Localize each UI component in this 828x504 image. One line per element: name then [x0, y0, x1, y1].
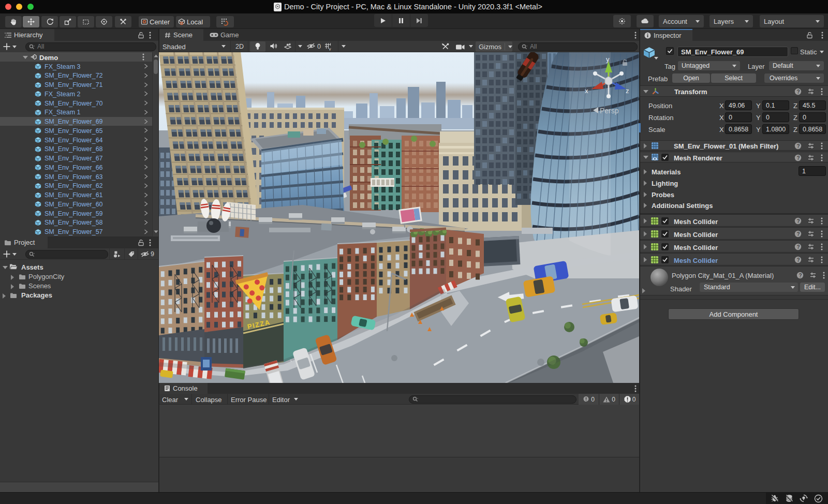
svg-text:?: ? [799, 273, 802, 278]
svg-text:?: ? [797, 155, 800, 161]
svg-text:?: ? [797, 244, 800, 250]
svg-text:?: ? [797, 143, 800, 149]
svg-text:Persp: Persp [600, 107, 619, 115]
svg-text:y: y [606, 55, 610, 63]
svg-text:?: ? [797, 231, 800, 237]
svg-text:y: y [329, 47, 331, 51]
svg-text:x: x [585, 87, 588, 95]
svg-text:?: ? [797, 257, 800, 263]
svg-text:z: z [626, 87, 629, 95]
svg-text:?: ? [797, 218, 800, 224]
svg-text:?: ? [797, 89, 800, 95]
